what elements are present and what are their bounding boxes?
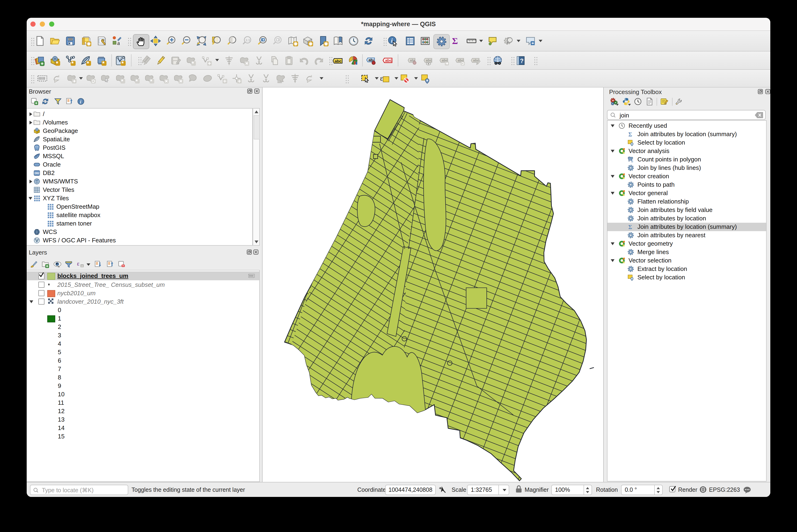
svg-text:i: i — [80, 99, 81, 104]
svg-text:Σ: Σ — [452, 36, 458, 46]
svg-text:ε: ε — [380, 74, 383, 82]
svg-text:1:1: 1:1 — [245, 38, 250, 42]
svg-text:Σ: Σ — [628, 131, 632, 137]
svg-text:*: * — [121, 60, 124, 66]
svg-text:?: ? — [520, 57, 523, 64]
svg-text:a: a — [117, 40, 119, 46]
svg-text:ab: ab — [368, 58, 373, 62]
svg-text:Σ: Σ — [628, 224, 632, 230]
svg-text:*: * — [135, 78, 138, 84]
svg-text:*: * — [150, 78, 152, 84]
svg-text:*: * — [121, 78, 123, 84]
svg-text:abc: abc — [426, 58, 432, 62]
svg-text:*: * — [87, 60, 89, 66]
svg-text:i: i — [391, 37, 393, 44]
svg-text:*: * — [102, 60, 105, 66]
svg-text:Σ: Σ — [631, 159, 633, 163]
svg-text:ε: ε — [77, 260, 79, 266]
svg-text:abc: abc — [335, 58, 341, 63]
svg-text:DB2: DB2 — [34, 172, 39, 174]
svg-text:*: * — [56, 60, 58, 66]
svg-text:*: * — [192, 60, 194, 66]
svg-text:abc: abc — [385, 58, 392, 62]
svg-text:*: * — [71, 60, 74, 66]
